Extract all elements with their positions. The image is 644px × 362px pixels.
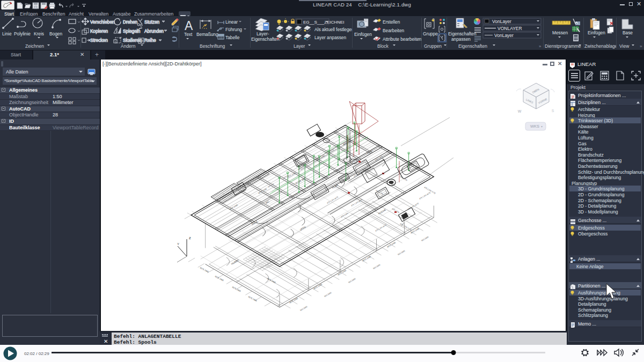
svg-text:Tabelle: Tabelle xyxy=(225,35,240,40)
svg-text:475 1,5% WTE: 475 1,5% WTE xyxy=(400,223,412,231)
svg-text:Führung: Führung xyxy=(225,27,242,32)
svg-text:Reihe: Reihe xyxy=(144,38,156,43)
svg-text:563 2495: 563 2495 xyxy=(300,306,308,312)
svg-text:Drehen: Drehen xyxy=(123,19,138,25)
svg-text:▾: ▾ xyxy=(541,125,543,128)
svg-text:4075 25: 4075 25 xyxy=(306,184,313,189)
svg-text:4075 2495: 4075 2495 xyxy=(248,295,258,302)
svg-text:475 1,5%: 475 1,5% xyxy=(400,175,408,181)
svg-text:Ändern: Ändern xyxy=(121,43,136,49)
svg-text:Einfügen: Einfügen xyxy=(588,30,605,35)
svg-text:KUCHE: KUCHE xyxy=(378,209,386,215)
svg-text:Erstellen: Erstellen xyxy=(383,19,400,25)
svg-text:4075 25: 4075 25 xyxy=(328,149,335,154)
svg-text:Layer-: Layer- xyxy=(257,31,269,36)
svg-text:Kopieren: Kopieren xyxy=(90,28,108,34)
svg-text:563 2495: 563 2495 xyxy=(398,250,406,256)
svg-text:4075 2495: 4075 2495 xyxy=(232,286,241,292)
svg-text:EG__S___ZEICHNEI: EG__S___ZEICHNEI xyxy=(303,20,344,25)
svg-text:Polylinie: Polylinie xyxy=(14,31,31,36)
svg-text:Zeichnen: Zeichnen xyxy=(25,43,44,49)
svg-text:Gruppe: Gruppe xyxy=(423,31,438,36)
svg-text:Dienstprogramme: Dienstprogramme xyxy=(545,43,581,49)
svg-text:475 1,5%: 475 1,5% xyxy=(314,161,323,167)
svg-text:Layer anpassen: Layer anpassen xyxy=(314,35,346,40)
svg-text:Block: Block xyxy=(377,43,389,49)
svg-text:4075 25: 4075 25 xyxy=(336,167,343,172)
svg-text:FLUR: FLUR xyxy=(332,183,339,189)
svg-text:4075 2495: 4075 2495 xyxy=(215,275,224,282)
svg-text:4075 2495: 4075 2495 xyxy=(289,297,299,304)
svg-text:4075 25: 4075 25 xyxy=(291,193,298,198)
svg-text:✕: ✕ xyxy=(104,338,108,344)
svg-text:Einfügen: Einfügen xyxy=(354,32,372,37)
svg-text:VonLayer: VonLayer xyxy=(494,33,514,38)
svg-text:»: » xyxy=(539,44,541,49)
svg-text:Spiegeln: Spiegeln xyxy=(123,28,141,34)
svg-text:Eigenschaften: Eigenschaften xyxy=(458,43,487,49)
svg-text:DIELE: DIELE xyxy=(251,220,258,225)
svg-text:4075 2495: 4075 2495 xyxy=(387,241,397,248)
svg-text:02:02 / 02:29: 02:02 / 02:29 xyxy=(24,351,49,356)
svg-text:4075 2495: 4075 2495 xyxy=(200,267,209,273)
svg-text:Strecken: Strecken xyxy=(90,38,108,43)
svg-text:Beschriftung: Beschriftung xyxy=(200,43,225,49)
svg-text:Base: Base xyxy=(623,30,633,35)
svg-text:A: A xyxy=(185,19,193,33)
svg-text:475 1,5% WTE: 475 1,5% WTE xyxy=(419,191,431,200)
svg-text:Bogen: Bogen xyxy=(49,31,62,36)
svg-text:VonLayer: VonLayer xyxy=(492,19,511,24)
svg-text:Zwischenablage: Zwischenablage xyxy=(584,43,616,49)
svg-text:Eigenschaften: Eigenschaften xyxy=(448,31,477,36)
svg-text:Kreis: Kreis xyxy=(34,31,44,36)
svg-text:Als aktuell festlegen: Als aktuell festlegen xyxy=(314,27,352,32)
svg-text:563 2495: 563 2495 xyxy=(348,278,356,284)
svg-text:4075 25: 4075 25 xyxy=(268,183,275,188)
svg-text:Messen: Messen xyxy=(552,30,568,35)
svg-text:WC: WC xyxy=(265,200,270,204)
svg-text:Bemaßung: Bemaßung xyxy=(196,32,218,37)
svg-text:563 2495: 563 2495 xyxy=(373,264,381,270)
svg-text:Y: Y xyxy=(177,242,179,246)
svg-text:View: View xyxy=(619,43,630,49)
svg-text:Linear: Linear xyxy=(225,19,238,25)
svg-text:563 2495: 563 2495 xyxy=(324,292,332,298)
svg-text:Linie: Linie xyxy=(2,31,12,36)
svg-text:S: S xyxy=(552,109,554,113)
svg-text:OFEN: OFEN xyxy=(299,226,306,231)
svg-text:Text: Text xyxy=(184,32,193,37)
svg-text:VONLAYER: VONLAYER xyxy=(497,26,522,31)
svg-text:Eigenschaften: Eigenschaften xyxy=(251,36,280,42)
svg-text:Stutzen: Stutzen xyxy=(144,19,160,25)
svg-text:Attribute bearbeiten: Attribute bearbeiten xyxy=(383,36,421,42)
svg-text:Abrunden: Abrunden xyxy=(144,28,164,34)
svg-text:»: » xyxy=(640,44,642,49)
svg-text:Verschieben: Verschieben xyxy=(90,19,115,25)
svg-text:Gruppen: Gruppen xyxy=(424,43,442,49)
svg-text:Bearbeiten: Bearbeiten xyxy=(383,28,405,33)
svg-text:Layer: Layer xyxy=(294,43,305,49)
svg-text:475 1,5% WTE: 475 1,5% WTE xyxy=(327,196,339,204)
svg-text:W: W xyxy=(518,109,522,113)
svg-text:Z: Z xyxy=(189,237,191,240)
svg-text:563 2495: 563 2495 xyxy=(421,236,429,242)
svg-text:WKS: WKS xyxy=(530,124,539,129)
svg-text:anpassen: anpassen xyxy=(451,36,471,42)
